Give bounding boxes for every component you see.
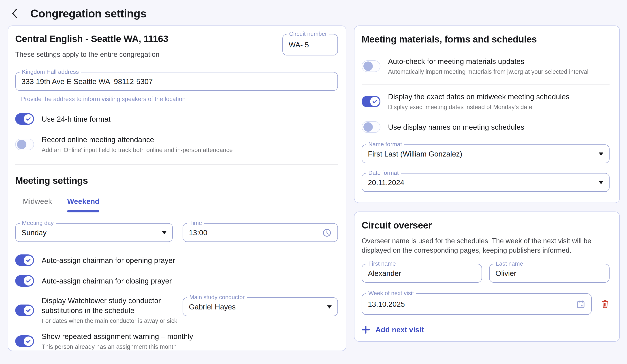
materials-heading: Meeting materials, forms and schedules	[362, 34, 610, 45]
toggle-helper: Automatically import meeting materials f…	[388, 68, 588, 76]
dropdown-caret-icon	[599, 152, 603, 155]
date-format-select[interactable]: Date format 20.11.2024	[362, 173, 610, 192]
tab-midweek[interactable]: Midweek	[15, 195, 59, 212]
time-field[interactable]: Time 13:00	[183, 223, 338, 242]
auto-check-row: Auto-check for meeting materials updates…	[362, 56, 610, 76]
toggle-thumb	[370, 97, 379, 106]
auto-closing-prayer-row: Auto-assign chairman for closing prayer	[15, 275, 338, 287]
field-label: First name	[366, 261, 398, 267]
congregation-titles: Central English - Seattle WA, 11163 Thes…	[15, 34, 168, 59]
toggle-label: Auto-assign chairman for opening prayer	[42, 255, 175, 265]
delete-visit-button[interactable]	[601, 299, 610, 309]
toggle-label: Use display names on meeting schedules	[388, 122, 524, 132]
week-of-next-visit-field[interactable]: Week of next visit 13.10.2025	[362, 293, 592, 315]
record-online-toggle[interactable]	[15, 139, 34, 150]
tab-weekend[interactable]: Weekend	[59, 195, 107, 212]
toggle-label: Auto-assign chairman for closing prayer	[42, 276, 172, 286]
toggle-label: Record online meeting attendance	[42, 135, 233, 144]
field-label: Time	[187, 220, 204, 226]
page-header: Congregation settings	[0, 0, 627, 20]
last-name-field[interactable]: Last name Olivier	[489, 264, 610, 283]
auto-opening-prayer-toggle[interactable]	[15, 254, 34, 266]
auto-opening-prayer-row: Auto-assign chairman for opening prayer	[15, 254, 338, 266]
plus-icon	[362, 325, 370, 334]
overseer-description: Overseer name is used for the schedules.…	[362, 236, 610, 255]
next-visit-row: Week of next visit 13.10.2025	[362, 293, 610, 315]
tab-indicator	[67, 210, 99, 212]
toggle-text-block: Display Watchtower study conductor subst…	[42, 296, 177, 325]
watchtower-substitutions-row: Display Watchtower study conductor subst…	[15, 296, 338, 325]
overseer-name-row: First name Alexander Last name Olivier	[362, 264, 610, 283]
field-label: Meeting day	[20, 220, 56, 226]
toggle-text-block: Record online meeting attendance Add an …	[42, 135, 233, 154]
dropdown-caret-icon	[327, 305, 332, 308]
repeated-warning-toggle[interactable]	[15, 335, 34, 347]
field-label: Circuit number	[287, 31, 329, 37]
address-helper-text: Provide the address to inform visiting s…	[21, 95, 338, 103]
page-title: Congregation settings	[30, 7, 146, 20]
watchtower-substitutions-toggle[interactable]	[15, 305, 34, 316]
overseer-heading: Circuit overseer	[362, 220, 610, 231]
check-icon	[372, 99, 377, 104]
dropdown-caret-icon	[162, 231, 166, 234]
meeting-time-row: Meeting day Sunday Time 13:00	[15, 223, 338, 242]
main-study-conductor-select[interactable]: Main study conductor Gabriel Hayes	[183, 297, 338, 316]
meeting-materials-card: Meeting materials, forms and schedules A…	[354, 26, 620, 203]
last-name-value: Olivier	[495, 269, 517, 277]
congregation-title: Central English - Seattle WA, 11163	[15, 34, 168, 44]
name-format-select[interactable]: Name format First Last (William Gonzalez…	[362, 144, 610, 163]
toggle-helper: Add an 'Online' input field to track bot…	[42, 146, 233, 154]
toggle-label: Display the exact dates on midweek meeti…	[388, 92, 570, 101]
kingdom-hall-address-value: 333 19th Ave E Seattle WA 98112-5307	[21, 77, 153, 86]
dropdown-caret-icon	[599, 181, 603, 184]
content-columns: Central English - Seattle WA, 11163 Thes…	[0, 20, 627, 351]
next-visit-value: 13.10.2025	[368, 300, 405, 308]
field-label: Kingdom Hall address	[20, 69, 81, 75]
right-column: Meeting materials, forms and schedules A…	[354, 26, 620, 351]
time-value: 13:00	[189, 228, 208, 237]
field-label: Last name	[494, 261, 525, 267]
section-divider	[362, 84, 610, 85]
exact-dates-toggle[interactable]	[362, 96, 380, 107]
circuit-overseer-card: Circuit overseer Overseer name is used f…	[354, 212, 620, 342]
congregation-head-row: Central English - Seattle WA, 11163 Thes…	[15, 34, 338, 59]
check-icon	[25, 116, 31, 122]
meeting-day-select[interactable]: Meeting day Sunday	[15, 223, 173, 242]
calendar-icon[interactable]	[576, 299, 585, 309]
auto-check-toggle[interactable]	[362, 60, 380, 72]
page: Congregation settings Central English - …	[0, 0, 627, 364]
back-button[interactable]	[8, 7, 21, 20]
toggle-thumb	[363, 61, 372, 71]
trash-icon	[601, 299, 610, 309]
display-names-toggle[interactable]	[362, 121, 380, 133]
toggle-label: Display Watchtower study conductor subst…	[42, 296, 167, 315]
section-divider	[15, 164, 338, 165]
first-name-field[interactable]: First name Alexander	[362, 264, 482, 283]
toggle-helper: For dates when the main conductor is awa…	[42, 317, 177, 325]
circuit-number-field[interactable]: Circuit number WA- 5	[282, 34, 338, 55]
clock-icon[interactable]	[322, 228, 332, 237]
check-icon	[25, 278, 31, 284]
congregation-subtitle: These settings apply to the entire congr…	[15, 50, 168, 59]
kingdom-hall-address-field[interactable]: Kingdom Hall address 333 19th Ave E Seat…	[15, 72, 338, 91]
toggle-thumb	[363, 122, 372, 132]
toggle-label: Auto-check for meeting materials updates	[388, 56, 588, 66]
tab-indicator	[23, 210, 52, 212]
field-label: Main study conductor	[187, 294, 247, 301]
auto-closing-prayer-toggle[interactable]	[15, 275, 34, 287]
add-next-visit-button[interactable]: Add next visit	[362, 325, 424, 334]
name-format-value: First Last (William Gonzalez)	[368, 150, 462, 158]
congregation-settings-card: Central English - Seattle WA, 11163 Thes…	[8, 26, 346, 351]
record-online-row: Record online meeting attendance Add an …	[15, 135, 338, 154]
use-24h-toggle[interactable]	[15, 113, 34, 125]
meeting-settings-heading: Meeting settings	[15, 175, 338, 186]
use-24h-row: Use 24-h time format	[15, 113, 338, 125]
watchtower-toggle-block: Display Watchtower study conductor subst…	[15, 296, 183, 325]
tab-label: Midweek	[23, 195, 52, 208]
toggle-thumb	[23, 306, 33, 315]
meeting-day-value: Sunday	[21, 228, 47, 237]
main-study-conductor-value: Gabriel Hayes	[189, 303, 236, 311]
display-names-row: Use display names on meeting schedules	[362, 121, 610, 133]
tab-label: Weekend	[67, 195, 99, 208]
meeting-tabs: Midweek Weekend	[15, 195, 338, 212]
